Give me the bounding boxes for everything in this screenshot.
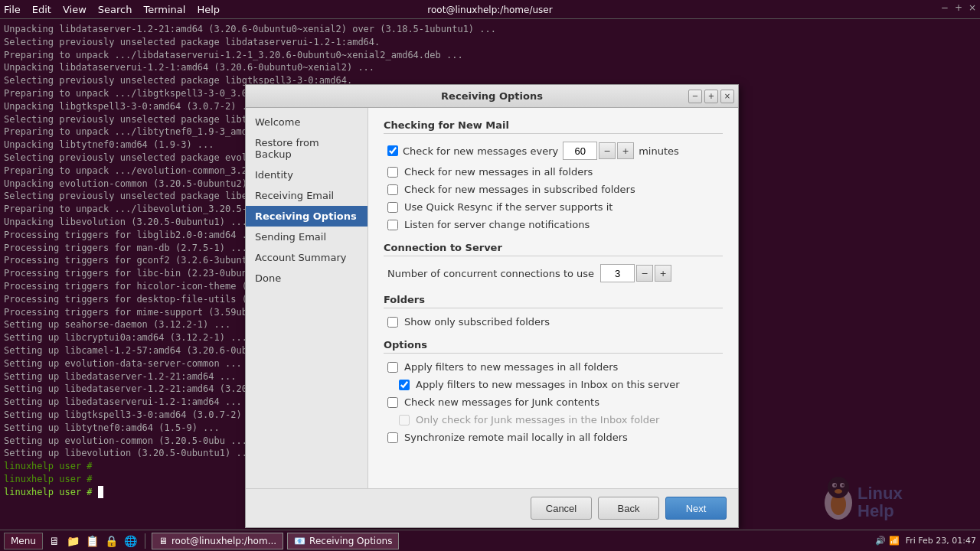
sidebar-item-welcome[interactable]: Welcome <box>246 112 368 132</box>
quick-resync-label: Use Quick Resync if the server supports … <box>404 201 612 213</box>
terminal-line: Unpacking libdataserver-1.2-21:amd64 (3.… <box>4 23 976 36</box>
sync-remote-checkbox[interactable] <box>387 432 398 443</box>
sidebar-item-sending-email[interactable]: Sending Email <box>246 227 368 247</box>
concurrent-connections-label: Number of concurrent connections to use <box>387 268 594 279</box>
terminal-menu-item-view[interactable]: View <box>63 4 87 15</box>
sidebar-item-identity[interactable]: Identity <box>246 165 368 185</box>
taskbar-separator <box>145 533 145 549</box>
concurrent-decrement-button[interactable]: − <box>636 265 653 282</box>
terminal-menu-item-help[interactable]: Help <box>197 4 220 15</box>
sidebar-item-receiving-email[interactable]: Receiving Email <box>246 185 368 206</box>
concurrent-connections-row: Number of concurrent connections to use … <box>384 264 723 282</box>
check-interval-unit: minutes <box>639 145 679 157</box>
system-tray-icons: 🔊 📶 <box>875 536 900 546</box>
check-interval-spinner: − + <box>563 142 634 160</box>
only-junk-inbox-checkbox[interactable] <box>399 415 410 425</box>
check-junk-label: Check new messages for Junk contents <box>404 396 599 408</box>
receiving-app-label: Receiving Options <box>309 536 392 546</box>
taskbar-icon-4[interactable]: 🔒 <box>104 533 119 549</box>
apply-filters-all-checkbox[interactable] <box>387 362 398 373</box>
dialog-main-content: Checking for New Mail Check for new mess… <box>368 108 738 488</box>
sidebar-item-done[interactable]: Done <box>246 268 368 289</box>
quick-resync-checkbox[interactable] <box>387 202 398 213</box>
terminal-menu-item-edit[interactable]: Edit <box>32 4 51 15</box>
sync-remote-row: Synchronize remote mail locally in all f… <box>384 432 723 443</box>
taskbar-icon-3[interactable]: 📋 <box>85 533 100 549</box>
check-interval-checkbox[interactable] <box>387 145 398 156</box>
sync-remote-label: Synchronize remote mail locally in all f… <box>404 432 628 443</box>
section-folders-title: Folders <box>384 294 723 308</box>
terminal-line: Selecting previously unselected package … <box>4 36 976 49</box>
terminal-controls: − + × <box>941 2 976 13</box>
apply-filters-all-row: Apply filters to new messages in all fol… <box>384 361 723 373</box>
sidebar-item-restore[interactable]: Restore from Backup <box>246 132 368 165</box>
check-junk-row: Check new messages for Junk contents <box>384 396 723 408</box>
concurrent-increment-button[interactable]: + <box>655 265 671 282</box>
dialog-sidebar: Welcome Restore from Backup Identity Rec… <box>246 108 368 488</box>
next-button[interactable]: Next <box>665 497 727 520</box>
only-junk-inbox-row: Only check for Junk messages in the Inbo… <box>384 414 723 425</box>
check-subscribed-folders-label: Check for new messages in subscribed fol… <box>404 184 635 195</box>
taskbar-system-tray: 🔊 📶 Fri Feb 23, 01:47 <box>875 536 976 546</box>
quick-resync-row: Use Quick Resync if the server supports … <box>384 201 723 213</box>
server-notifications-checkbox[interactable] <box>387 220 398 230</box>
dialog-titlebar: Receiving Options − + × <box>246 85 738 108</box>
check-interval-increment-button[interactable]: + <box>617 142 634 159</box>
concurrent-connections-input[interactable] <box>600 264 635 282</box>
terminal-app-label: root@linuxhelp:/hom... <box>172 536 276 546</box>
show-subscribed-only-row: Show only subscribed folders <box>384 316 723 328</box>
section-checking-title: Checking for New Mail <box>384 119 723 134</box>
check-subscribed-folders-checkbox[interactable] <box>387 184 398 195</box>
terminal-menubar: File Edit View Search Terminal Help root… <box>0 0 980 19</box>
svg-point-5 <box>835 484 837 487</box>
svg-point-6 <box>842 484 844 487</box>
svg-point-2 <box>828 477 849 498</box>
section-options-title: Options <box>384 339 723 354</box>
server-notifications-label: Listen for server change notifications <box>404 219 590 230</box>
terminal-close-icon[interactable]: × <box>969 2 976 13</box>
apply-filters-inbox-checkbox[interactable] <box>399 380 410 390</box>
dialog-footer: Cancel Back Next <box>246 488 738 527</box>
show-subscribed-only-checkbox[interactable] <box>387 317 398 328</box>
check-interval-decrement-button[interactable]: − <box>599 142 616 159</box>
svg-text:Linux: Linux <box>858 484 903 503</box>
check-interval-input[interactable] <box>563 142 597 160</box>
terminal-menu-item-terminal[interactable]: Terminal <box>143 4 185 15</box>
cancel-button[interactable]: Cancel <box>531 497 592 520</box>
apply-filters-all-label: Apply filters to new messages in all fol… <box>404 361 618 373</box>
taskbar-icon-5[interactable]: 🌐 <box>123 533 139 549</box>
taskbar-icon-2[interactable]: 📁 <box>66 533 81 549</box>
check-subscribed-folders-row: Check for new messages in subscribed fol… <box>384 184 723 195</box>
check-junk-checkbox[interactable] <box>387 397 398 408</box>
only-junk-inbox-label: Only check for Junk messages in the Inbo… <box>416 414 659 425</box>
taskbar-datetime: Fri Feb 23, 01:47 <box>906 536 976 546</box>
sidebar-item-receiving-options[interactable]: Receiving Options <box>246 206 368 227</box>
dialog-maximize-button[interactable]: + <box>704 90 718 103</box>
taskbar: Menu 🖥 📁 📋 🔒 🌐 🖥 root@linuxhelp:/hom... … <box>0 530 980 551</box>
server-notifications-row: Listen for server change notifications <box>384 219 723 230</box>
dialog-minimize-button[interactable]: − <box>688 90 702 103</box>
taskbar-icon-1[interactable]: 🖥 <box>47 533 62 549</box>
check-all-folders-checkbox[interactable] <box>387 167 398 178</box>
taskbar-menu-button[interactable]: Menu <box>4 533 43 549</box>
dialog-close-button[interactable]: × <box>720 90 734 103</box>
apply-filters-inbox-label: Apply filters to new messages in Inbox o… <box>416 379 680 390</box>
taskbar-app-receiving[interactable]: 📧 Receiving Options <box>287 533 399 549</box>
section-connection-title: Connection to Server <box>384 242 723 256</box>
terminal-line: Unpacking libdataserverui-1.2-1:amd64 (3… <box>4 61 976 74</box>
taskbar-app-terminal[interactable]: 🖥 root@linuxhelp:/hom... <box>152 533 283 549</box>
dialog-body: Welcome Restore from Backup Identity Rec… <box>246 108 738 488</box>
apply-filters-inbox-row: Apply filters to new messages in Inbox o… <box>384 379 723 390</box>
show-subscribed-only-label: Show only subscribed folders <box>404 316 550 328</box>
check-interval-row: Check for new messages every − + minutes <box>384 142 723 160</box>
check-interval-label: Check for new messages every <box>403 145 558 157</box>
terminal-line: Preparing to unpack .../libdataserverui-… <box>4 49 976 62</box>
terminal-maximize-icon[interactable]: + <box>955 2 962 13</box>
terminal-menu-item-search[interactable]: Search <box>98 4 132 15</box>
terminal-menu-item-file[interactable]: File <box>4 4 21 15</box>
sidebar-item-account-summary[interactable]: Account Summary <box>246 247 368 268</box>
terminal-app-icon: 🖥 <box>158 536 168 546</box>
back-button[interactable]: Back <box>598 497 659 520</box>
terminal-minimize-icon[interactable]: − <box>941 2 949 13</box>
dialog-title-controls: − + × <box>688 90 734 103</box>
